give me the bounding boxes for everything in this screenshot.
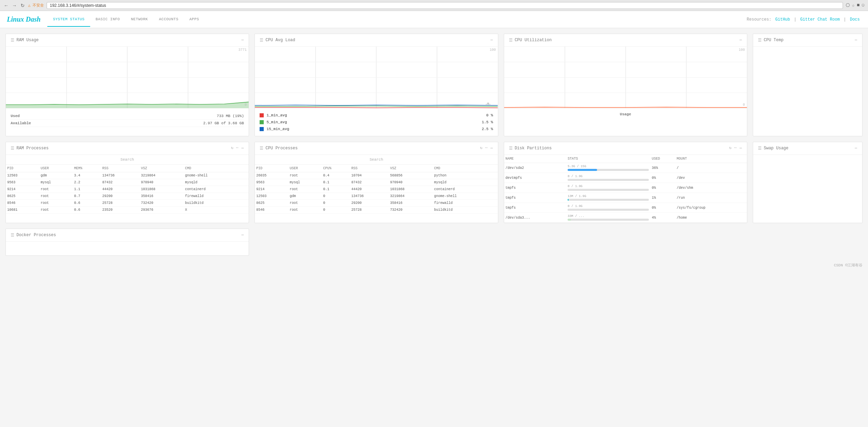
minimize-icon[interactable]: −	[490, 146, 493, 151]
cpu-avg-actions[interactable]: −	[490, 37, 493, 43]
docker-processes-header: ☰ Docker Processes −	[6, 229, 249, 242]
cpu-util-legend: Usage	[504, 108, 747, 120]
app-header: Linux Dash SYSTEM STATUS BASIC INFO NETW…	[0, 11, 868, 28]
page-footer: CSDN ©江湖有谷	[0, 261, 868, 269]
cpu-processes-actions[interactable]: ↻ ↔ −	[480, 146, 493, 151]
table-row: 9214 root 0.1 44420 1031868 containerd	[255, 186, 498, 193]
refresh-icon[interactable]: ↻	[729, 146, 732, 151]
disk-progress-bar	[568, 179, 649, 181]
ram-processes-title: ☰ RAM Processes	[11, 146, 49, 151]
forward-button[interactable]: →	[12, 3, 17, 8]
table-row: /dev/sda3... 33M / ... 4% /home	[504, 213, 747, 223]
ram-processes-header: ☰ RAM Processes ↻ ↔ −	[6, 142, 249, 155]
cpu-temp-card: ☰ CPU Temp −	[753, 34, 863, 136]
minimize-icon[interactable]: −	[855, 146, 857, 151]
cpu-util-chart: 100 0	[504, 47, 747, 108]
disk-progress: 0 / 1.9G	[568, 205, 649, 211]
minimize-icon[interactable]: −	[241, 232, 244, 238]
disk-progress: 0 / 1.9G	[568, 185, 649, 191]
ram-processes-actions[interactable]: ↻ ↔ −	[231, 146, 244, 151]
security-warning: △ 不安全	[28, 3, 44, 8]
browser-actions: ⎔ ☆ ■ ☺	[846, 2, 865, 8]
swap-usage-actions[interactable]: −	[855, 146, 857, 151]
col-rss: RSS	[101, 165, 140, 172]
extension-icon[interactable]: ■	[857, 2, 859, 8]
svg-text:⚓: ⚓	[486, 102, 490, 106]
cpu-processes-card: ☰ CPU Processes ↻ ↔ − Search PID USER CP…	[254, 142, 498, 223]
refresh-icon[interactable]: ↻	[231, 146, 234, 151]
table-row: 8546 root 0.6 25728 732420 buildkitd	[6, 200, 249, 207]
bookmark-icon[interactable]: ☆	[852, 2, 855, 8]
cpu-util-actions[interactable]: −	[739, 37, 742, 43]
minimize-icon[interactable]: −	[739, 146, 742, 151]
back-button[interactable]: ←	[3, 3, 9, 8]
main-content: ☰ RAM Usage − 3771 0	[0, 28, 868, 261]
cpu-util-svg	[504, 47, 747, 108]
disk-progress-bar	[568, 189, 649, 191]
github-link[interactable]: GitHub	[775, 17, 790, 22]
nav-system-status[interactable]: SYSTEM STATUS	[47, 12, 90, 27]
col-user: USER	[39, 165, 73, 172]
disk-table-wrapper: NAME STATS USED MOUNT /dev/sda2 5.3G / 1…	[504, 155, 747, 223]
swap-usage-title: ☰ Swap Usage	[758, 146, 788, 151]
disk-progress-bar	[568, 169, 649, 171]
ram-usage-chart: 3771 0	[6, 47, 249, 108]
expand-icon[interactable]: ↔	[485, 146, 488, 151]
table-row: 9563 mysql 0.1 87432 970940 mysqld	[255, 179, 498, 186]
disk-progress-bar	[568, 199, 649, 201]
col-pid: PID	[255, 165, 288, 172]
menu-icon: ☰	[758, 38, 762, 43]
nav-accounts[interactable]: ACCOUNTS	[153, 12, 184, 27]
nav-basic-info[interactable]: BASIC INFO	[90, 12, 126, 27]
minimize-icon[interactable]: −	[855, 37, 857, 43]
share-icon[interactable]: ⎔	[846, 2, 850, 8]
refresh-icon[interactable]: ↻	[480, 146, 483, 151]
expand-icon[interactable]: ↔	[734, 146, 737, 151]
ram-chart-svg	[6, 47, 249, 108]
profile-icon[interactable]: ☺	[862, 2, 865, 8]
col-cmd: CMD	[433, 165, 498, 172]
col-stats: STATS	[566, 155, 650, 163]
col-rss: RSS	[350, 165, 389, 172]
disk-partitions-card: ☰ Disk Partitions ↻ ↔ − NAME STATS USED …	[504, 142, 747, 223]
cpu-avg-svg: ⚓	[255, 47, 498, 108]
col-cpu: CPU%	[322, 165, 350, 172]
swap-usage-body	[753, 155, 862, 175]
col-name: NAME	[504, 155, 567, 163]
cpu-avg-legend: 1_min_avg 0 % 5_min_avg 1.5 % 15_min_avg…	[255, 108, 498, 136]
cpu-temp-header: ☰ CPU Temp −	[753, 34, 862, 47]
nav-network[interactable]: NETWORK	[126, 12, 154, 27]
expand-icon[interactable]: ↔	[236, 146, 238, 151]
minimize-icon[interactable]: −	[241, 37, 244, 43]
docker-processes-body	[6, 242, 249, 255]
disk-actions[interactable]: ↻ ↔ −	[729, 146, 742, 151]
ram-processes-search[interactable]: Search	[6, 155, 249, 165]
minimize-icon[interactable]: −	[241, 146, 244, 151]
docs-link[interactable]: Docs	[850, 17, 860, 22]
col-vsz: VSZ	[140, 165, 183, 172]
ram-processes-card: ☰ RAM Processes ↻ ↔ − Search PID USER ME…	[5, 142, 249, 223]
swap-usage-header: ☰ Swap Usage −	[753, 142, 862, 155]
cpu-utilization-card: ☰ CPU Utilization − 100 0 Usag	[504, 34, 747, 136]
cpu-processes-search[interactable]: Search	[255, 155, 498, 165]
cpu-temp-actions[interactable]: −	[855, 37, 857, 43]
col-pid: PID	[6, 165, 39, 172]
legend-5min: 5_min_avg 1.5 %	[260, 119, 493, 126]
reload-button[interactable]: ↻	[20, 3, 25, 8]
table-row: /dev/sda2 5.3G / 15G 36% /	[504, 163, 747, 173]
cpu-util-header: ☰ CPU Utilization −	[504, 34, 747, 47]
menu-icon: ☰	[11, 38, 14, 43]
minimize-icon[interactable]: −	[490, 37, 493, 43]
minimize-icon[interactable]: −	[739, 37, 742, 43]
docker-processes-actions[interactable]: −	[241, 232, 244, 238]
table-row: 8625 root 0 29200 358416 firewalld	[255, 200, 498, 207]
col-used: USED	[650, 155, 675, 163]
ram-processes-tbody: 12503 gdm 3.4 134736 3219864 gnome-shell…	[6, 172, 249, 214]
gitter-link[interactable]: Gitter Chat Room	[800, 17, 840, 22]
col-mem: MEM%	[73, 165, 101, 172]
ram-usage-actions[interactable]: −	[241, 37, 244, 43]
nav-apps[interactable]: APPS	[184, 12, 204, 27]
docker-processes-card: ☰ Docker Processes −	[5, 229, 249, 256]
ram-processes-table: PID USER MEM% RSS VSZ CMD 12503 gdm 3.4 …	[6, 165, 249, 214]
url-bar[interactable]	[47, 2, 843, 9]
